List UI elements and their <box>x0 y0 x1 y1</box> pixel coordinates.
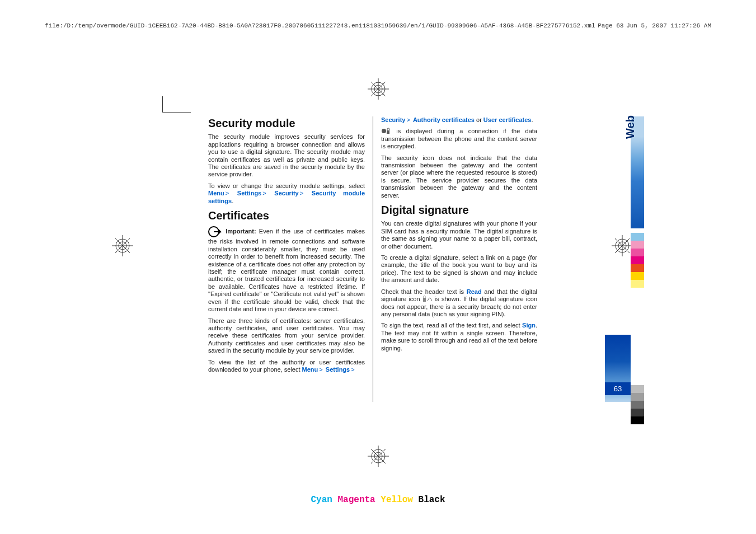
heading-security-module: Security module <box>208 116 365 130</box>
important-label: Important: <box>226 228 256 235</box>
important-note: Important: Even if the use of certificat… <box>208 226 365 313</box>
important-icon <box>208 226 223 238</box>
registration-mark-icon <box>368 78 389 100</box>
header-time: Jun 5, 2007 11:27:26 AM <box>626 22 711 29</box>
body-text: To view the list of the authority or use… <box>208 359 365 374</box>
body-text: is displayed during a connection if the … <box>381 128 537 149</box>
magenta-label: Magenta <box>337 495 375 505</box>
body-text: To sign the text, read all of the text f… <box>381 322 522 329</box>
column-left: Security module The security module impr… <box>208 116 373 402</box>
body-text: is displayed during a connection if the … <box>381 128 537 150</box>
menu-link[interactable]: Menu <box>302 366 318 373</box>
body-text: Even if the use of certificates makes th… <box>208 228 365 312</box>
menu-link[interactable]: Security <box>381 116 405 123</box>
registration-mark-icon <box>368 446 389 467</box>
color-calibration-bars <box>631 233 644 288</box>
menu-link[interactable]: Sign <box>522 322 536 329</box>
registration-mark-icon <box>112 235 133 256</box>
heading-digital-signature: Digital signature <box>381 203 537 217</box>
svg-point-25 <box>382 129 386 133</box>
menu-link[interactable]: Menu <box>208 190 224 196</box>
cyan-label: Cyan <box>311 495 332 505</box>
black-label: Black <box>419 495 445 505</box>
body-text: The security module improves security se… <box>208 133 365 178</box>
menu-link[interactable]: Security <box>274 190 298 196</box>
header: file:/D:/temp/overmode/GUID-1CEEB162-7A2… <box>45 22 711 29</box>
svg-rect-26 <box>387 130 389 134</box>
body-text: To view or change the security module se… <box>208 182 365 189</box>
body-text: To sign the text, read all of the text f… <box>381 322 537 352</box>
side-tab: Web 63 <box>599 116 644 402</box>
body-text: To view or change the security module se… <box>208 182 365 205</box>
cmyk-footer: Cyan Magenta Yellow Black <box>311 495 445 505</box>
connection-secure-icon <box>381 128 391 134</box>
body-text: You can create digital signatures with y… <box>381 220 537 250</box>
yellow-label: Yellow <box>381 495 413 505</box>
digital-signature-icon <box>422 296 433 302</box>
body-text: Check that the header text is Read and t… <box>381 288 537 318</box>
page-number: 63 <box>605 382 631 395</box>
heading-certificates: Certificates <box>208 209 365 222</box>
column-right: Security> Authority certificates or User… <box>373 116 537 402</box>
header-page: Page 63 <box>598 22 623 29</box>
grey-calibration-bars <box>631 385 644 424</box>
page-content: Security module The security module impr… <box>208 116 622 402</box>
body-text: The security icon does not indicate that… <box>381 154 537 199</box>
menu-link[interactable]: Authority certificates <box>413 116 475 123</box>
crop-mark <box>162 96 191 113</box>
body-text: or <box>475 116 483 123</box>
menu-link[interactable]: Settings <box>326 366 350 373</box>
menu-link[interactable]: Settings <box>237 190 261 196</box>
body-text: To create a digital signature, select a … <box>381 254 537 284</box>
body-text: Check that the header text is <box>381 288 467 295</box>
body-text: There are three kinds of certificates: s… <box>208 317 365 355</box>
menu-link[interactable]: User certificates <box>483 116 532 123</box>
body-text: Security> Authority certificates or User… <box>381 116 537 124</box>
menu-link[interactable]: Read <box>467 288 482 295</box>
file-path: file:/D:/temp/overmode/GUID-1CEEB162-7A2… <box>45 22 595 29</box>
side-tab-label: Web <box>624 115 637 139</box>
svg-rect-27 <box>423 298 426 302</box>
